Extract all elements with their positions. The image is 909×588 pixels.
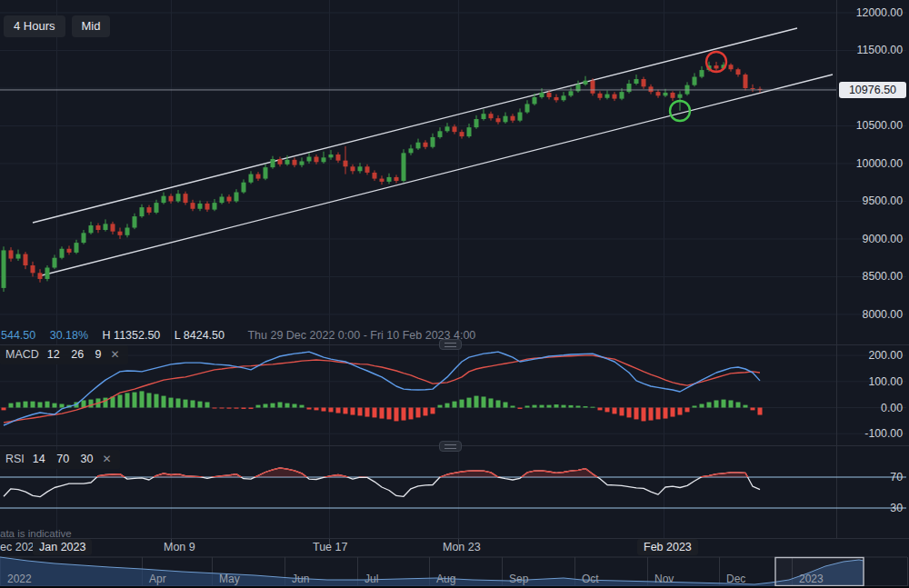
macd-histogram-bar xyxy=(671,408,675,417)
candle-body xyxy=(474,119,479,127)
rsi-tick-label: 70 xyxy=(890,471,903,483)
candle-body xyxy=(300,161,305,164)
time-axis-label: Tue 17 xyxy=(313,541,347,553)
macd-histogram-bar xyxy=(496,400,501,407)
candle-body xyxy=(213,203,217,209)
macd-histogram-bar xyxy=(198,402,203,408)
macd-histogram-bar xyxy=(45,402,50,408)
macd-histogram-bar xyxy=(285,404,290,408)
candle-body xyxy=(533,97,537,104)
price-source-button[interactable]: Mid xyxy=(72,15,111,37)
macd-tick-label: 200.00 xyxy=(868,349,903,362)
time-axis-label: Mon 9 xyxy=(164,541,195,553)
price-tick-label: 11500.00 xyxy=(857,44,904,56)
price-chart-area[interactable]: 12000.0011500.0010500.0010000.009500.009… xyxy=(0,0,909,556)
macd-histogram-bar xyxy=(205,402,210,407)
candle-body xyxy=(540,93,544,97)
candle-body xyxy=(518,113,523,121)
macd-name: MACD xyxy=(5,348,39,361)
candle-body xyxy=(598,94,603,98)
candle-body xyxy=(191,203,195,209)
time-axis-label: ec 202 xyxy=(0,541,35,553)
candle-body xyxy=(307,157,312,162)
macd-histogram-bar xyxy=(242,408,246,409)
macd-histogram-bar xyxy=(431,408,435,414)
price-tick-label: 9000.00 xyxy=(863,233,904,245)
candle-body xyxy=(664,93,668,95)
macd-close-icon[interactable]: ✕ xyxy=(111,348,120,361)
trading-chart-window: 12000.0011500.0010500.0010000.009500.009… xyxy=(0,0,909,588)
candle-body xyxy=(729,65,734,69)
macd-histogram-bar xyxy=(351,408,355,415)
pane-resize-handle-icon[interactable] xyxy=(439,441,462,452)
macd-histogram-bar xyxy=(416,408,421,418)
navigator-selection-window[interactable] xyxy=(775,558,864,586)
candle-body xyxy=(220,196,225,203)
candle-body xyxy=(467,127,472,136)
macd-histogram-bar xyxy=(53,404,57,408)
macd-histogram-bar xyxy=(365,408,370,417)
macd-histogram-bar xyxy=(525,405,530,407)
candle-body xyxy=(111,224,115,231)
candle-body xyxy=(453,126,457,132)
rsi-overbought-fill xyxy=(4,468,760,497)
change-percent: 30.18% xyxy=(50,329,88,342)
trend-channel-line[interactable] xyxy=(42,75,833,275)
macd-histogram-bar xyxy=(576,405,581,407)
candle-body xyxy=(242,183,246,193)
macd-histogram-bar xyxy=(387,408,392,420)
macd-histogram-bar xyxy=(714,400,719,407)
macd-histogram-bar xyxy=(125,393,130,407)
price-tick-label: 8000.00 xyxy=(863,308,904,321)
macd-histogram-bar xyxy=(693,405,697,407)
candle-body xyxy=(627,84,632,92)
macd-histogram-bar xyxy=(474,396,479,408)
macd-histogram-bar xyxy=(620,408,624,416)
timeline-navigator[interactable]: 2022AprMayJunJulAugSepOctNovDec2023 xyxy=(0,556,909,588)
candle-body xyxy=(31,265,35,273)
pane-resize-handle-icon[interactable] xyxy=(439,339,462,350)
macd-histogram-bar xyxy=(554,404,559,407)
macd-histogram-bar xyxy=(31,402,35,408)
ohlc-status-bar: 544.50 30.18% H 11352.50 L 8424.50 Thu 2… xyxy=(1,329,486,343)
chart-toolbar: 4 Hours Mid xyxy=(4,15,110,37)
time-axis-month-badge: Feb 2023 xyxy=(637,539,698,555)
candle-body xyxy=(249,174,254,183)
macd-histogram-bar xyxy=(685,408,690,413)
candle-body xyxy=(416,143,421,149)
macd-histogram-bar xyxy=(591,407,595,408)
candle-body xyxy=(504,116,508,123)
macd-histogram-bar xyxy=(613,408,617,414)
rsi-indicator-label: RSI14 70 30✕ xyxy=(0,450,120,469)
candle-body xyxy=(431,137,435,147)
interval-button[interactable]: 4 Hours xyxy=(4,15,65,37)
macd-histogram-bar xyxy=(751,408,755,411)
candle-body xyxy=(344,161,348,167)
candle-body xyxy=(671,93,675,98)
macd-params: 12 26 9 xyxy=(47,348,102,361)
macd-histogram-bar xyxy=(322,408,326,412)
macd-histogram-bar xyxy=(482,396,486,407)
candle-body xyxy=(460,132,464,136)
rsi-close-icon[interactable]: ✕ xyxy=(103,453,112,465)
candle-body xyxy=(176,194,181,201)
candle-body xyxy=(125,228,130,235)
candle-body xyxy=(205,204,210,210)
macd-histogram-bar xyxy=(547,405,552,408)
candle-body xyxy=(402,153,406,181)
macd-histogram-bar xyxy=(634,408,639,420)
candle-body xyxy=(162,196,166,203)
rsi-line xyxy=(4,468,760,497)
navigator-month-label: 2022 xyxy=(7,573,32,585)
macd-histogram-bar xyxy=(744,405,748,408)
candle-body xyxy=(285,160,290,164)
candle-body xyxy=(373,173,377,179)
candle-body xyxy=(351,166,355,171)
time-axis[interactable]: ec 202Jan 2023Mon 9Tue 17Mon 23Feb 2023 xyxy=(0,540,909,556)
time-axis-month-badge: Jan 2023 xyxy=(33,539,92,555)
candle-body xyxy=(9,250,14,258)
macd-histogram-bar xyxy=(649,408,654,421)
macd-histogram-bar xyxy=(460,400,464,408)
macd-histogram-bar xyxy=(293,404,297,407)
rsi-params: 14 70 30 xyxy=(33,453,94,465)
